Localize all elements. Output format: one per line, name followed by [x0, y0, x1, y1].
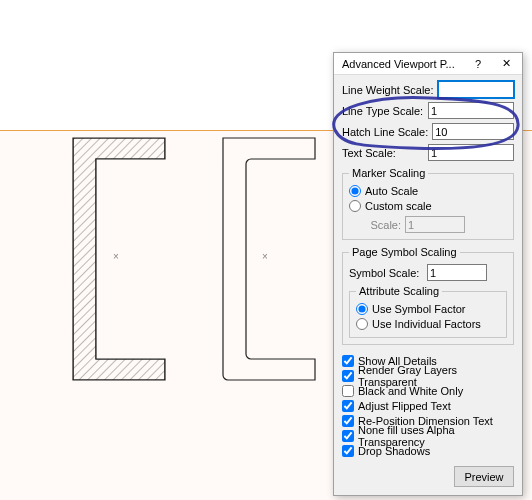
black-white-check[interactable] [342, 385, 354, 397]
none-fill-alpha-check[interactable] [342, 430, 354, 442]
use-symbol-factor-label: Use Symbol Factor [372, 303, 466, 315]
advanced-viewport-properties-dialog: Advanced Viewport P... ? ✕ Line Weight S… [333, 52, 523, 496]
line-type-scale-input[interactable] [428, 102, 514, 119]
reposition-dim-check[interactable] [342, 415, 354, 427]
text-scale-label: Text Scale: [342, 147, 424, 159]
dialog-titlebar[interactable]: Advanced Viewport P... ? ✕ [334, 53, 522, 75]
custom-scale-radio[interactable] [349, 200, 361, 212]
drop-shadows-check[interactable] [342, 445, 354, 457]
center-marker-shape-1: × [111, 252, 121, 262]
marker-scale-label: Scale: [349, 219, 401, 231]
line-weight-scale-input[interactable] [438, 81, 514, 98]
page-symbol-scaling-group: Page Symbol Scaling Symbol Scale: Attrib… [342, 246, 514, 345]
use-individual-factors-label: Use Individual Factors [372, 318, 481, 330]
symbol-scale-label: Symbol Scale: [349, 267, 421, 279]
black-white-label: Black and White Only [358, 385, 463, 397]
preview-button[interactable]: Preview [454, 466, 514, 487]
marker-scaling-legend: Marker Scaling [349, 167, 428, 179]
hatch-line-scale-label: Hatch Line Scale: [342, 126, 428, 138]
text-scale-input[interactable] [428, 144, 514, 161]
symbol-scale-input[interactable] [427, 264, 487, 281]
page-symbol-scaling-legend: Page Symbol Scaling [349, 246, 460, 258]
center-marker-shape-2: × [260, 252, 270, 262]
marker-scale-input [405, 216, 465, 233]
adjust-flipped-check[interactable] [342, 400, 354, 412]
adjust-flipped-label: Adjust Flipped Text [358, 400, 451, 412]
render-gray-check[interactable] [342, 370, 354, 382]
marker-scaling-group: Marker Scaling Auto Scale Custom scale S… [342, 167, 514, 240]
drop-shadows-label: Drop Shadows [358, 445, 430, 457]
auto-scale-label: Auto Scale [365, 185, 418, 197]
attribute-scaling-legend: Attribute Scaling [356, 285, 442, 297]
show-all-details-check[interactable] [342, 355, 354, 367]
line-weight-scale-label: Line Weight Scale: [342, 84, 434, 96]
hatch-line-scale-input[interactable] [432, 123, 514, 140]
dialog-body: Line Weight Scale: Line Type Scale: Hatc… [334, 75, 522, 495]
dialog-title: Advanced Viewport P... [342, 58, 464, 70]
custom-scale-label: Custom scale [365, 200, 432, 212]
use-symbol-factor-radio[interactable] [356, 303, 368, 315]
attribute-scaling-group: Attribute Scaling Use Symbol Factor Use … [349, 285, 507, 338]
help-icon[interactable]: ? [464, 54, 492, 73]
auto-scale-radio[interactable] [349, 185, 361, 197]
line-type-scale-label: Line Type Scale: [342, 105, 424, 117]
options-checklist: Show All Details Render Gray Layers Tran… [342, 353, 514, 458]
close-icon[interactable]: ✕ [492, 54, 520, 73]
use-individual-factors-radio[interactable] [356, 318, 368, 330]
